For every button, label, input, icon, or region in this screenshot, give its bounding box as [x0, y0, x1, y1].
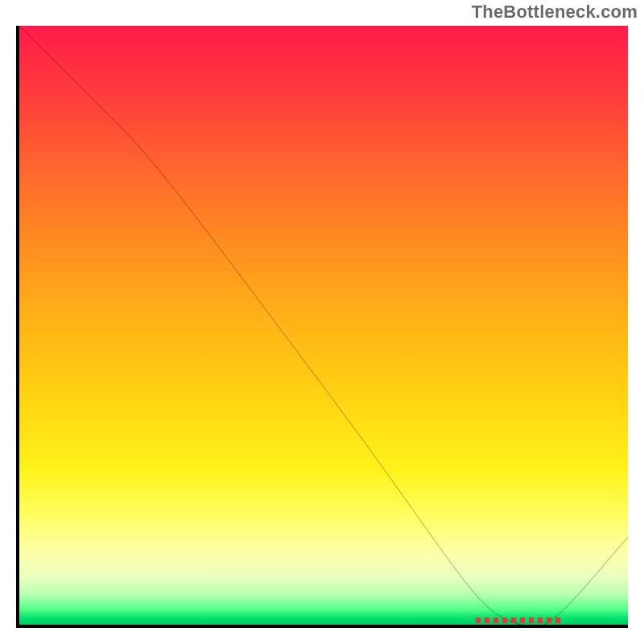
chart-container: TheBottleneck.com — [0, 0, 644, 644]
heat-gradient — [19, 26, 628, 625]
plot-area — [16, 26, 628, 628]
optimal-zone-marker — [476, 617, 561, 623]
watermark-label: TheBottleneck.com — [472, 2, 638, 23]
